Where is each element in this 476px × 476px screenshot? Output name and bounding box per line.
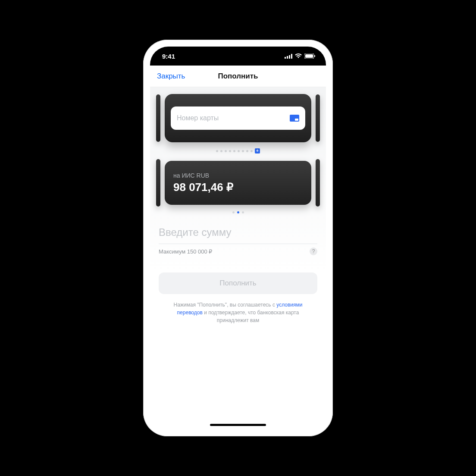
account-carousel[interactable]: на ИИС RUB 98 071,46 ₽ — [150, 159, 326, 207]
disclaimer-text-1: Нажимая "Пополнить", вы соглашаетесь с — [174, 302, 277, 308]
account-peek-left[interactable] — [156, 159, 160, 207]
help-icon[interactable]: ? — [310, 247, 317, 255]
svg-rect-6 — [314, 55, 315, 57]
amount-section: Введите сумму Максимум 150 000 ₽ ? — [150, 224, 326, 255]
wifi-icon — [295, 53, 302, 59]
card-scan-icon[interactable] — [290, 115, 299, 122]
svg-rect-3 — [291, 54, 292, 59]
amount-input[interactable]: Введите сумму — [159, 224, 317, 244]
add-card-icon[interactable]: + — [255, 148, 260, 153]
limit-text: Максимум 150 000 ₽ — [159, 248, 212, 255]
home-indicator[interactable] — [210, 424, 266, 426]
card-peek-left[interactable] — [156, 94, 160, 142]
pager-dot — [238, 150, 240, 152]
card-number-placeholder: Номер карты — [177, 114, 219, 122]
nav-bar: Закрыть Пополнить — [150, 66, 326, 87]
status-time: 9:41 — [162, 53, 175, 60]
account-card[interactable]: на ИИС RUB 98 071,46 ₽ — [165, 161, 311, 205]
account-peek-right[interactable] — [316, 159, 320, 207]
status-icons — [285, 53, 316, 59]
pager-dot — [246, 150, 248, 152]
notch — [197, 47, 279, 60]
account-label: на ИИС RUB — [173, 172, 303, 179]
pager2-dot-active — [237, 211, 239, 213]
phone-screen: 9:41 Закрыть Пополнить Номер карты — [150, 47, 326, 429]
pager-dot — [229, 150, 231, 152]
cellular-icon — [285, 54, 292, 59]
card-carousel[interactable]: Номер карты — [150, 92, 326, 144]
submit-button[interactable]: Пополнить — [159, 272, 317, 294]
svg-rect-5 — [305, 54, 313, 58]
account-pager — [150, 211, 326, 213]
svg-rect-1 — [287, 56, 288, 59]
disclaimer-text-2: и подтверждаете, что банковская карта пр… — [203, 310, 299, 323]
pager2-dot — [242, 211, 244, 213]
pager2-dot — [232, 211, 235, 213]
disclaimer: Нажимая "Пополнить", вы соглашаетесь с у… — [162, 301, 314, 324]
phone-frame: 9:41 Закрыть Пополнить Номер карты — [143, 40, 333, 436]
pager-dot — [242, 150, 244, 152]
card-pager: + — [150, 148, 326, 153]
pager-dot — [225, 150, 227, 152]
limit-row: Максимум 150 000 ₽ ? — [159, 247, 317, 255]
content: Номер карты + — [150, 87, 326, 429]
card-number-input[interactable]: Номер карты — [171, 106, 305, 130]
page-title: Пополнить — [218, 72, 258, 81]
card-peek-right[interactable] — [316, 94, 320, 142]
battery-icon — [304, 53, 316, 59]
close-button[interactable]: Закрыть — [157, 72, 185, 81]
svg-rect-0 — [285, 57, 286, 59]
card-new: Номер карты — [165, 94, 311, 142]
pager-dot — [233, 150, 235, 152]
pager-dot — [220, 150, 222, 152]
pager-dot — [251, 150, 253, 152]
account-balance: 98 071,46 ₽ — [173, 181, 303, 194]
pager-dot — [216, 150, 218, 152]
svg-rect-2 — [289, 55, 290, 59]
